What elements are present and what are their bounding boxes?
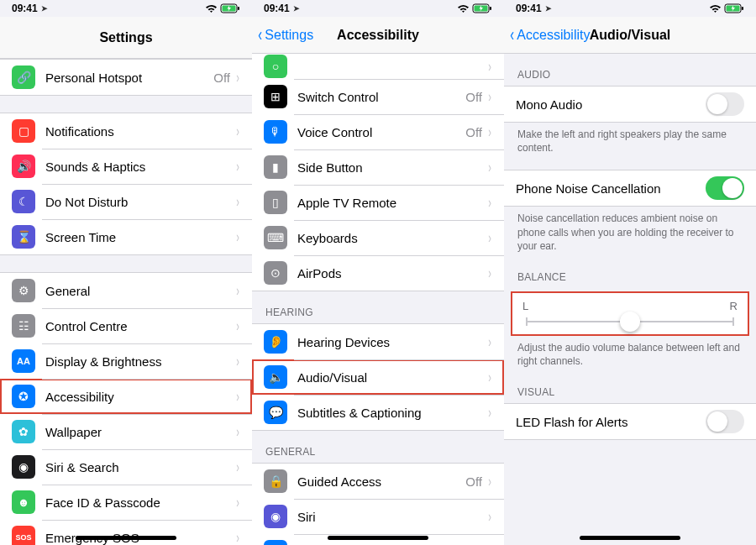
row-voice-control[interactable]: 🎙Voice ControlOff›: [252, 114, 504, 149]
row-label: Hearing Devices: [297, 335, 487, 349]
ear-icon: 👂: [264, 330, 287, 354]
balance-footer: Adjust the audio volume balance between …: [504, 336, 756, 371]
chevron-right-icon: ›: [236, 494, 239, 511]
row-screen-time[interactable]: ⌛Screen Time›: [0, 219, 252, 254]
chevron-right-icon: ›: [236, 123, 239, 140]
row-control-centre[interactable]: ☷Control Centre›: [0, 308, 252, 343]
row-emergency-sos[interactable]: SOSEmergency SOS›: [0, 520, 252, 545]
speaker-eye-icon: 🔈: [264, 365, 287, 389]
flower-icon: ✿: [12, 420, 35, 443]
row-label: Siri & Search: [45, 460, 235, 474]
row-label: Do Not Disturb: [45, 195, 235, 209]
row-do-not-disturb[interactable]: ☾Do Not Disturb›: [0, 184, 252, 219]
row-faceid-passcode[interactable]: ☻Face ID & Passcode›: [0, 485, 252, 520]
visual-header: VISUAL: [504, 371, 756, 403]
page-title: Settings: [99, 30, 152, 45]
battery-icon: [220, 3, 240, 13]
row-label: Voice Control: [297, 125, 465, 139]
slider-tick-right: [732, 317, 734, 326]
chevron-right-icon: ›: [236, 228, 239, 246]
row-label: Switch Control: [297, 90, 465, 104]
siri-icon: ◉: [12, 455, 35, 479]
svg-rect-5: [490, 7, 491, 10]
row-value: Off: [465, 125, 482, 139]
chevron-right-icon: ›: [488, 194, 491, 212]
back-button[interactable]: ‹Settings: [257, 26, 313, 45]
chevron-right-icon: ›: [236, 459, 239, 476]
balance-left-label: L: [522, 300, 528, 312]
remote-icon: ▯: [264, 191, 287, 214]
row-switch-control[interactable]: ⊞Switch ControlOff›: [252, 79, 504, 114]
noise-cancellation-toggle[interactable]: [706, 176, 744, 200]
row-label: Display & Brightness: [45, 354, 235, 369]
back-label: Settings: [265, 28, 313, 43]
chevron-right-icon: ›: [236, 529, 239, 546]
chevron-right-icon: ›: [236, 282, 239, 300]
button-icon: ▮: [264, 155, 287, 179]
chevron-right-icon: ›: [488, 159, 491, 176]
row-audio-visual[interactable]: 🔈Audio/Visual›: [252, 359, 504, 395]
row-accessibility[interactable]: ✪Accessibility›: [0, 379, 252, 414]
row-display-brightness[interactable]: AADisplay & Brightness›: [0, 343, 252, 379]
subtitle-icon: 💬: [264, 401, 287, 424]
row-guided-access[interactable]: 🔒Guided AccessOff›: [252, 464, 504, 499]
mono-audio-toggle[interactable]: [706, 92, 744, 116]
led-flash-toggle[interactable]: [706, 410, 744, 433]
row-partial-top[interactable]: ○›: [252, 54, 504, 79]
row-hearing-devices[interactable]: 👂Hearing Devices›: [252, 324, 504, 359]
row-sounds-haptics[interactable]: 🔊Sounds & Haptics›: [0, 149, 252, 184]
row-personal-hotspot[interactable]: 🔗 Personal Hotspot Off ›: [0, 60, 252, 95]
mono-footer: Make the left and right speakers play th…: [504, 123, 756, 158]
group-pre: ○› ⊞Switch ControlOff› 🎙Voice ControlOff…: [252, 54, 504, 291]
accessibility-icon: ✪: [264, 540, 287, 545]
row-siri[interactable]: ◉Siri›: [252, 499, 504, 534]
status-time: 09:41: [12, 3, 38, 14]
group-hearing: 👂Hearing Devices› 🔈Audio/Visual› 💬Subtit…: [252, 323, 504, 431]
svg-rect-2: [238, 7, 239, 10]
hearing-header: HEARING: [252, 291, 504, 323]
status-time: 09:41: [264, 3, 290, 14]
row-side-button[interactable]: ▮Side Button›: [252, 149, 504, 185]
row-airpods[interactable]: ⊙AirPods›: [252, 255, 504, 291]
group-2: ⚙General› ☷Control Centre› AADisplay & B…: [0, 272, 252, 545]
chevron-right-icon: ›: [488, 508, 491, 526]
mic-icon: 🎙: [264, 120, 287, 144]
row-general[interactable]: ⚙General›: [0, 273, 252, 308]
row-subtitles-captioning[interactable]: 💬Subtitles & Captioning›: [252, 395, 504, 430]
chevron-right-icon: ›: [236, 388, 239, 406]
chevron-right-icon: ›: [488, 229, 491, 247]
balance-slider-thumb[interactable]: [620, 312, 640, 332]
row-label: Control Centre: [45, 319, 235, 333]
status-time: 09:41: [516, 3, 542, 14]
circle-icon: ○: [264, 55, 287, 78]
row-label: Phone Noise Cancellation: [516, 181, 706, 196]
chevron-right-icon: ›: [236, 193, 239, 211]
navbar: ‹Accessibility Audio/Visual: [504, 17, 756, 54]
row-label: Keyboards: [297, 231, 487, 245]
chevron-right-icon: ›: [488, 265, 491, 282]
row-keyboards[interactable]: ⌨Keyboards›: [252, 220, 504, 255]
balance-control: L R: [511, 291, 749, 336]
row-label: Mono Audio: [516, 97, 706, 112]
row-label: General: [45, 284, 235, 298]
back-label: Accessibility: [517, 28, 590, 43]
wifi-icon: [457, 4, 470, 13]
row-siri-search[interactable]: ◉Siri & Search›: [0, 449, 252, 485]
chevron-right-icon: ›: [236, 317, 239, 335]
row-apple-tv-remote[interactable]: ▯Apple TV Remote›: [252, 185, 504, 220]
chevron-left-icon: ‹: [510, 26, 514, 45]
balance-slider[interactable]: [526, 321, 734, 322]
row-label: Side Button: [297, 160, 487, 175]
home-indicator[interactable]: [76, 536, 176, 540]
home-indicator[interactable]: [328, 536, 428, 540]
location-icon: ➤: [545, 4, 552, 13]
home-indicator[interactable]: [580, 536, 680, 540]
svg-rect-8: [742, 7, 743, 10]
chevron-right-icon: ›: [488, 88, 491, 106]
wifi-icon: [709, 4, 722, 13]
back-button[interactable]: ‹Accessibility: [509, 26, 590, 45]
row-notifications[interactable]: ▢Notifications›: [0, 113, 252, 149]
status-bar: 09:41➤: [504, 0, 756, 17]
row-wallpaper[interactable]: ✿Wallpaper›: [0, 414, 252, 449]
row-value: Off: [465, 90, 482, 104]
